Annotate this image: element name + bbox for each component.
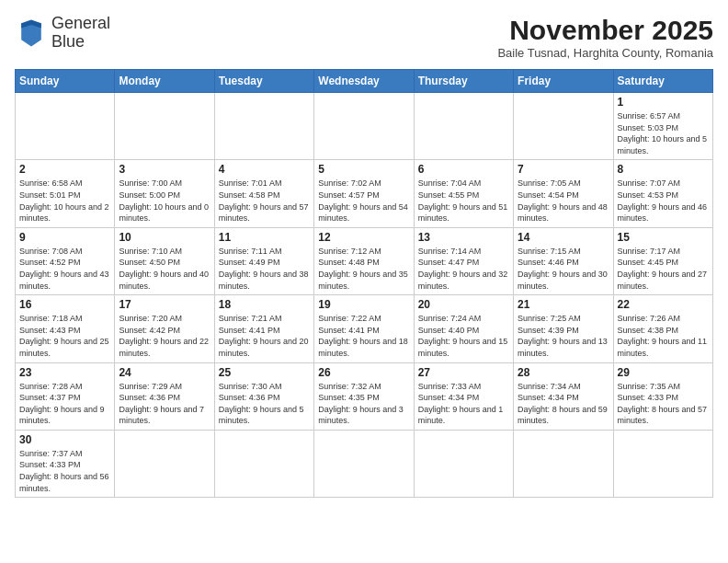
calendar-table: SundayMondayTuesdayWednesdayThursdayFrid… xyxy=(15,69,713,498)
day-number: 11 xyxy=(219,231,310,244)
day-number: 27 xyxy=(418,366,509,379)
calendar-day-cell xyxy=(414,430,513,497)
calendar-title: November 2025 xyxy=(497,15,713,46)
calendar-day-cell: 2Sunrise: 6:58 AMSunset: 5:01 PMDaylight… xyxy=(16,160,115,227)
calendar-day-cell xyxy=(514,93,613,160)
generalblue-logo-icon xyxy=(15,17,48,50)
day-info: Sunrise: 7:21 AMSunset: 4:41 PMDaylight:… xyxy=(219,313,310,359)
day-info: Sunrise: 7:05 AMSunset: 4:54 PMDaylight:… xyxy=(518,178,609,224)
calendar-day-cell: 16Sunrise: 7:18 AMSunset: 4:43 PMDayligh… xyxy=(16,295,115,362)
calendar-day-cell: 29Sunrise: 7:35 AMSunset: 4:33 PMDayligh… xyxy=(613,362,712,430)
day-number: 15 xyxy=(618,231,709,244)
calendar-subtitle: Baile Tusnad, Harghita County, Romania xyxy=(497,46,713,60)
day-info: Sunrise: 7:18 AMSunset: 4:43 PMDaylight:… xyxy=(19,313,110,359)
weekday-header-cell: Sunday xyxy=(16,70,115,93)
day-info: Sunrise: 7:37 AMSunset: 4:33 PMDaylight:… xyxy=(19,448,110,494)
day-info: Sunrise: 7:17 AMSunset: 4:45 PMDaylight:… xyxy=(618,246,709,292)
weekday-header-cell: Thursday xyxy=(414,70,513,93)
calendar-body: 1Sunrise: 6:57 AMSunset: 5:03 PMDaylight… xyxy=(16,93,713,498)
calendar-week-row: 16Sunrise: 7:18 AMSunset: 4:43 PMDayligh… xyxy=(16,295,713,362)
calendar-day-cell: 4Sunrise: 7:01 AMSunset: 4:58 PMDaylight… xyxy=(214,160,313,227)
calendar-day-cell xyxy=(115,93,214,160)
calendar-day-cell: 26Sunrise: 7:32 AMSunset: 4:35 PMDayligh… xyxy=(314,362,414,430)
calendar-day-cell: 25Sunrise: 7:30 AMSunset: 4:36 PMDayligh… xyxy=(214,362,313,430)
day-info: Sunrise: 7:25 AMSunset: 4:39 PMDaylight:… xyxy=(518,313,609,359)
day-number: 17 xyxy=(119,298,210,311)
day-info: Sunrise: 7:33 AMSunset: 4:34 PMDaylight:… xyxy=(418,381,509,427)
weekday-header-cell: Monday xyxy=(115,70,214,93)
calendar-week-row: 2Sunrise: 6:58 AMSunset: 5:01 PMDaylight… xyxy=(16,160,713,227)
day-info: Sunrise: 7:32 AMSunset: 4:35 PMDaylight:… xyxy=(318,381,409,427)
calendar-day-cell xyxy=(16,93,115,160)
day-number: 26 xyxy=(318,366,409,379)
logo-area: General Blue xyxy=(15,15,110,52)
day-number: 4 xyxy=(219,163,310,176)
calendar-day-cell xyxy=(115,430,214,497)
day-number: 5 xyxy=(318,163,409,176)
day-number: 6 xyxy=(418,163,509,176)
calendar-day-cell: 3Sunrise: 7:00 AMSunset: 5:00 PMDaylight… xyxy=(115,160,214,227)
header: General Blue November 2025 Baile Tusnad,… xyxy=(15,15,713,60)
day-number: 28 xyxy=(518,366,609,379)
weekday-header-cell: Wednesday xyxy=(314,70,414,93)
calendar-day-cell: 14Sunrise: 7:15 AMSunset: 4:46 PMDayligh… xyxy=(514,227,613,294)
calendar-day-cell xyxy=(214,430,313,497)
day-number: 24 xyxy=(119,366,210,379)
calendar-day-cell: 21Sunrise: 7:25 AMSunset: 4:39 PMDayligh… xyxy=(514,295,613,362)
day-number: 7 xyxy=(518,163,609,176)
day-info: Sunrise: 7:20 AMSunset: 4:42 PMDaylight:… xyxy=(119,313,210,359)
day-number: 10 xyxy=(119,231,210,244)
day-info: Sunrise: 7:01 AMSunset: 4:58 PMDaylight:… xyxy=(219,178,310,224)
day-info: Sunrise: 7:07 AMSunset: 4:53 PMDaylight:… xyxy=(618,178,709,224)
day-info: Sunrise: 7:26 AMSunset: 4:38 PMDaylight:… xyxy=(618,313,709,359)
day-number: 9 xyxy=(19,231,110,244)
day-number: 1 xyxy=(618,96,709,109)
calendar-day-cell xyxy=(514,430,613,497)
calendar-day-cell xyxy=(214,93,313,160)
logo-line1: General xyxy=(51,15,110,33)
day-info: Sunrise: 7:24 AMSunset: 4:40 PMDaylight:… xyxy=(418,313,509,359)
calendar-week-row: 1Sunrise: 6:57 AMSunset: 5:03 PMDaylight… xyxy=(16,93,713,160)
calendar-day-cell: 15Sunrise: 7:17 AMSunset: 4:45 PMDayligh… xyxy=(613,227,712,294)
weekday-header-cell: Saturday xyxy=(613,70,712,93)
day-info: Sunrise: 7:14 AMSunset: 4:47 PMDaylight:… xyxy=(418,246,509,292)
day-number: 13 xyxy=(418,231,509,244)
logo-line2: Blue xyxy=(51,33,110,52)
calendar-day-cell: 18Sunrise: 7:21 AMSunset: 4:41 PMDayligh… xyxy=(214,295,313,362)
day-info: Sunrise: 7:15 AMSunset: 4:46 PMDaylight:… xyxy=(518,246,609,292)
day-number: 18 xyxy=(219,298,310,311)
day-info: Sunrise: 7:35 AMSunset: 4:33 PMDaylight:… xyxy=(618,381,709,427)
calendar-day-cell: 30Sunrise: 7:37 AMSunset: 4:33 PMDayligh… xyxy=(16,430,115,497)
calendar-day-cell: 12Sunrise: 7:12 AMSunset: 4:48 PMDayligh… xyxy=(314,227,414,294)
calendar-day-cell: 13Sunrise: 7:14 AMSunset: 4:47 PMDayligh… xyxy=(414,227,513,294)
day-info: Sunrise: 7:28 AMSunset: 4:37 PMDaylight:… xyxy=(19,381,110,427)
day-info: Sunrise: 7:08 AMSunset: 4:52 PMDaylight:… xyxy=(19,246,110,292)
weekday-header-cell: Tuesday xyxy=(214,70,313,93)
day-number: 30 xyxy=(19,433,110,446)
day-info: Sunrise: 7:29 AMSunset: 4:36 PMDaylight:… xyxy=(119,381,210,427)
day-info: Sunrise: 7:04 AMSunset: 4:55 PMDaylight:… xyxy=(418,178,509,224)
calendar-day-cell xyxy=(314,430,414,497)
logo-text: General Blue xyxy=(51,15,110,52)
calendar-week-row: 30Sunrise: 7:37 AMSunset: 4:33 PMDayligh… xyxy=(16,430,713,497)
calendar-day-cell: 7Sunrise: 7:05 AMSunset: 4:54 PMDaylight… xyxy=(514,160,613,227)
calendar-day-cell: 6Sunrise: 7:04 AMSunset: 4:55 PMDaylight… xyxy=(414,160,513,227)
day-info: Sunrise: 7:00 AMSunset: 5:00 PMDaylight:… xyxy=(119,178,210,224)
calendar-day-cell xyxy=(613,430,712,497)
calendar-day-cell xyxy=(414,93,513,160)
day-info: Sunrise: 7:11 AMSunset: 4:49 PMDaylight:… xyxy=(219,246,310,292)
day-number: 23 xyxy=(19,366,110,379)
calendar-day-cell: 11Sunrise: 7:11 AMSunset: 4:49 PMDayligh… xyxy=(214,227,313,294)
day-number: 16 xyxy=(19,298,110,311)
calendar-day-cell: 8Sunrise: 7:07 AMSunset: 4:53 PMDaylight… xyxy=(613,160,712,227)
weekday-header-cell: Friday xyxy=(514,70,613,93)
calendar-day-cell: 19Sunrise: 7:22 AMSunset: 4:41 PMDayligh… xyxy=(314,295,414,362)
title-area: November 2025 Baile Tusnad, Harghita Cou… xyxy=(497,15,713,60)
day-info: Sunrise: 7:02 AMSunset: 4:57 PMDaylight:… xyxy=(318,178,409,224)
calendar-day-cell: 10Sunrise: 7:10 AMSunset: 4:50 PMDayligh… xyxy=(115,227,214,294)
day-number: 14 xyxy=(518,231,609,244)
calendar-day-cell: 20Sunrise: 7:24 AMSunset: 4:40 PMDayligh… xyxy=(414,295,513,362)
calendar-week-row: 23Sunrise: 7:28 AMSunset: 4:37 PMDayligh… xyxy=(16,362,713,430)
day-info: Sunrise: 7:10 AMSunset: 4:50 PMDaylight:… xyxy=(119,246,210,292)
day-info: Sunrise: 7:12 AMSunset: 4:48 PMDaylight:… xyxy=(318,246,409,292)
